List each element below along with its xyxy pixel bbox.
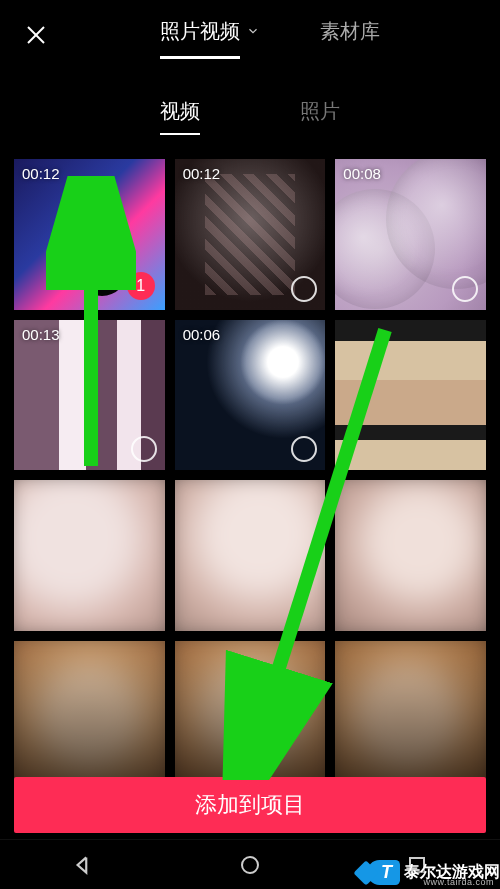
subtab-video[interactable]: 视频 [160,98,200,135]
video-tile[interactable] [335,320,486,471]
video-thumbnail [14,480,165,631]
video-tile[interactable] [14,480,165,631]
close-icon [24,23,48,47]
nav-recents-button[interactable] [397,845,437,885]
video-tile[interactable] [14,641,165,792]
header-tabs: 照片视频 素材库 [56,18,484,53]
video-thumbnail [175,480,326,631]
video-duration: 00:12 [22,165,60,182]
video-thumbnail [175,641,326,792]
selection-ring[interactable] [131,436,157,462]
video-tile[interactable] [175,641,326,792]
video-tile[interactable] [335,480,486,631]
video-duration: 00:08 [343,165,381,182]
video-thumbnail [335,320,486,471]
square-recents-icon [405,853,429,877]
add-to-project-button[interactable]: 添加到项目 [14,777,486,833]
video-tile[interactable]: 00:08 [335,159,486,310]
video-tile[interactable]: 00:12 1 [14,159,165,310]
media-subtabs: 视频 照片 [0,98,500,135]
system-nav-bar [0,839,500,889]
svg-point-2 [242,857,258,873]
nav-back-button[interactable] [63,845,103,885]
video-duration: 00:06 [183,326,221,343]
video-tile[interactable]: 00:06 [175,320,326,471]
chevron-down-icon [246,24,260,38]
triangle-back-icon [70,852,96,878]
nav-home-button[interactable] [230,845,270,885]
svg-rect-3 [410,858,424,872]
tab-material-library[interactable]: 素材库 [320,18,380,53]
video-thumbnail [14,641,165,792]
selection-ring[interactable] [291,276,317,302]
media-grid: 00:12 1 00:12 00:08 00:13 00:06 [0,159,500,792]
video-thumbnail [335,641,486,792]
subtab-photo[interactable]: 照片 [300,98,340,135]
video-tile[interactable]: 00:13 [14,320,165,471]
video-tile[interactable]: 00:12 [175,159,326,310]
tab-material-library-label: 素材库 [320,18,380,45]
video-tile[interactable] [335,641,486,792]
close-button[interactable] [16,15,56,55]
tab-photos-videos[interactable]: 照片视频 [160,18,260,53]
video-duration: 00:12 [183,165,221,182]
selection-badge[interactable]: 1 [127,272,155,300]
video-tile[interactable] [175,480,326,631]
video-duration: 00:13 [22,326,60,343]
video-thumbnail [335,480,486,631]
circle-home-icon [238,853,262,877]
tab-photos-videos-label: 照片视频 [160,18,240,45]
selection-ring[interactable] [452,276,478,302]
